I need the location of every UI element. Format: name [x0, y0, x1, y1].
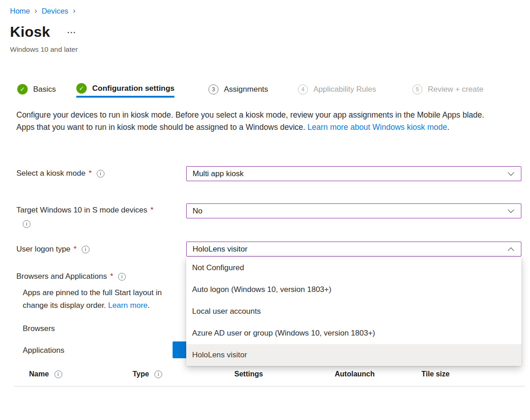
browsers-apps-label: Browsers and Applications * — [16, 272, 126, 281]
option-local-user-accounts[interactable]: Local user accounts — [186, 301, 521, 322]
column-label: Name — [29, 370, 49, 378]
more-menu-button[interactable]: ··· — [67, 28, 76, 37]
step-basics[interactable]: Basics — [17, 81, 56, 98]
info-icon[interactable] — [118, 273, 126, 281]
column-header-name[interactable]: Name — [29, 370, 62, 378]
check-icon — [17, 84, 28, 94]
description-line1: Apps are pinned to the full Start layout… — [23, 288, 162, 297]
label-text: Select a kiosk mode — [16, 169, 85, 178]
info-icon[interactable] — [82, 246, 89, 253]
browsers-sublabel: Browsers — [23, 324, 55, 333]
option-azure-ad-user-or-group[interactable]: Azure AD user or group (Windows 10, vers… — [186, 322, 521, 344]
breadcrumb: Home Devices — [10, 6, 80, 15]
required-asterisk: * — [150, 206, 154, 214]
applications-sublabel: Applications — [23, 346, 64, 355]
s-mode-dropdown[interactable]: No — [186, 203, 521, 218]
s-mode-label: Target Windows 10 in S mode devices* — [16, 206, 180, 228]
step-label: Review + create — [428, 85, 483, 94]
table-header-divider — [14, 386, 525, 386]
wizard-steps: Basics Configuration settings 3 Assignme… — [0, 81, 530, 99]
step-applicability-rules: 4 Applicability Rules — [298, 81, 376, 98]
step-label: Configuration settings — [92, 84, 174, 93]
intro-period: . — [447, 123, 449, 132]
check-icon — [76, 83, 87, 94]
column-label: Type — [133, 370, 149, 378]
column-label: Autolaunch — [335, 370, 375, 378]
kiosk-mode-label: Select a kiosk mode * — [16, 169, 104, 178]
option-not-configured[interactable]: Not Configured — [186, 257, 521, 279]
kiosk-mode-dropdown[interactable]: Multi app kiosk — [186, 166, 521, 181]
learn-more-link[interactable]: Learn more — [108, 301, 148, 310]
column-label: Settings — [234, 370, 263, 378]
step-configuration-settings[interactable]: Configuration settings — [76, 81, 174, 98]
breadcrumb-separator-icon — [73, 6, 75, 15]
column-header-autolaunch[interactable]: Autolaunch — [335, 370, 375, 378]
info-icon[interactable] — [54, 371, 62, 378]
chevron-down-icon — [508, 169, 514, 176]
info-icon[interactable] — [97, 170, 104, 178]
step-label: Applicability Rules — [313, 85, 376, 94]
required-asterisk: * — [89, 169, 92, 178]
step-number-badge: 5 — [412, 84, 422, 94]
option-hololens-visitor[interactable]: HoloLens visitor — [186, 344, 521, 366]
required-asterisk: * — [110, 272, 113, 281]
step-label: Basics — [33, 85, 56, 94]
label-text: Browsers and Applications — [16, 272, 107, 281]
intro-paragraph: Configure your devices to run in kiosk m… — [16, 109, 503, 133]
step-assignments[interactable]: 3 Assignments — [208, 81, 268, 98]
column-header-type[interactable]: Type — [133, 370, 162, 378]
kiosk-mode-value: Multi app kiosk — [193, 169, 243, 178]
user-logon-type-dropdown[interactable]: HoloLens visitor — [186, 242, 521, 257]
step-number-badge: 3 — [208, 84, 218, 94]
step-number-badge: 4 — [298, 84, 308, 94]
column-header-settings[interactable]: Settings — [234, 370, 263, 378]
column-label: Tile size — [421, 370, 450, 378]
kiosk-profile-page: Home Devices Kiosk ··· Windows 10 and la… — [0, 0, 530, 420]
step-label: Assignments — [224, 85, 268, 94]
description-line2: change its display order. — [23, 301, 108, 310]
breadcrumb-home-link[interactable]: Home — [10, 7, 30, 15]
info-icon[interactable] — [23, 220, 30, 228]
user-logon-type-label: User logon type * — [16, 245, 89, 254]
page-subtitle: Windows 10 and later — [10, 45, 78, 54]
page-title: Kiosk — [10, 24, 50, 40]
option-auto-logon[interactable]: Auto logon (Windows 10, version 1803+) — [186, 279, 521, 301]
label-text: User logon type — [16, 245, 70, 254]
learn-more-kiosk-link[interactable]: Learn more about Windows kiosk mode — [307, 123, 447, 132]
step-review-create: 5 Review + create — [412, 81, 483, 98]
label-text: Target Windows 10 in S mode devices — [16, 206, 147, 214]
info-icon[interactable] — [154, 371, 162, 378]
user-logon-type-value: HoloLens visitor — [193, 245, 248, 254]
breadcrumb-separator-icon — [35, 6, 37, 15]
user-logon-type-options-panel: Not Configured Auto logon (Windows 10, v… — [186, 257, 521, 366]
column-header-tile-size[interactable]: Tile size — [421, 370, 450, 378]
description-period: . — [148, 301, 150, 310]
chevron-up-icon — [508, 247, 514, 254]
breadcrumb-devices-link[interactable]: Devices — [42, 7, 69, 15]
required-asterisk: * — [74, 245, 77, 254]
s-mode-value: No — [193, 207, 203, 216]
chevron-down-icon — [508, 207, 514, 213]
